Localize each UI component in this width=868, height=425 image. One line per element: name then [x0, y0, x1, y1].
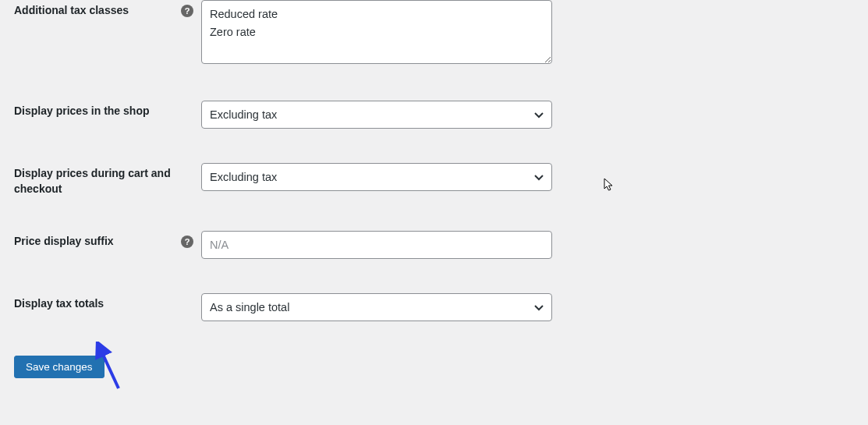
submit-row: Save changes: [0, 340, 868, 378]
row-display-prices-cart: Display prices during cart and checkout …: [14, 147, 868, 197]
additional-tax-classes-textarea[interactable]: [201, 0, 552, 64]
input-col: As a single total: [201, 293, 552, 321]
display-prices-shop-select[interactable]: Excluding tax: [201, 101, 552, 129]
input-col: [201, 231, 552, 259]
label-col: Additional tax classes ?: [14, 0, 201, 19]
save-button[interactable]: Save changes: [14, 356, 105, 378]
label-display-tax-totals: Display tax totals: [14, 296, 104, 312]
input-col: [201, 0, 552, 66]
label-price-display-suffix: Price display suffix: [14, 234, 114, 250]
label-display-prices-cart: Display prices during cart and checkout: [14, 166, 178, 197]
input-col: Excluding tax: [201, 101, 552, 129]
help-icon[interactable]: ?: [181, 236, 193, 248]
label-col: Display prices during cart and checkout: [14, 163, 201, 197]
row-display-tax-totals: Display tax totals As a single total: [14, 278, 868, 321]
row-price-display-suffix: Price display suffix ?: [14, 215, 868, 259]
row-display-prices-shop: Display prices in the shop Excluding tax: [14, 85, 868, 129]
select-wrapper: As a single total: [201, 293, 552, 321]
settings-form: Additional tax classes ? Display prices …: [0, 0, 868, 321]
input-col: Excluding tax: [201, 163, 552, 191]
label-additional-tax-classes: Additional tax classes: [14, 3, 129, 19]
select-wrapper: Excluding tax: [201, 163, 552, 191]
label-display-prices-shop: Display prices in the shop: [14, 104, 150, 119]
row-additional-tax-classes: Additional tax classes ?: [14, 0, 868, 66]
label-col: Price display suffix ?: [14, 231, 201, 250]
label-col: Display prices in the shop: [14, 101, 201, 119]
display-tax-totals-select[interactable]: As a single total: [201, 293, 552, 321]
display-prices-cart-select[interactable]: Excluding tax: [201, 163, 552, 191]
help-icon[interactable]: ?: [181, 5, 193, 17]
select-wrapper: Excluding tax: [201, 101, 552, 129]
price-display-suffix-input[interactable]: [201, 231, 552, 259]
label-col: Display tax totals: [14, 293, 201, 312]
